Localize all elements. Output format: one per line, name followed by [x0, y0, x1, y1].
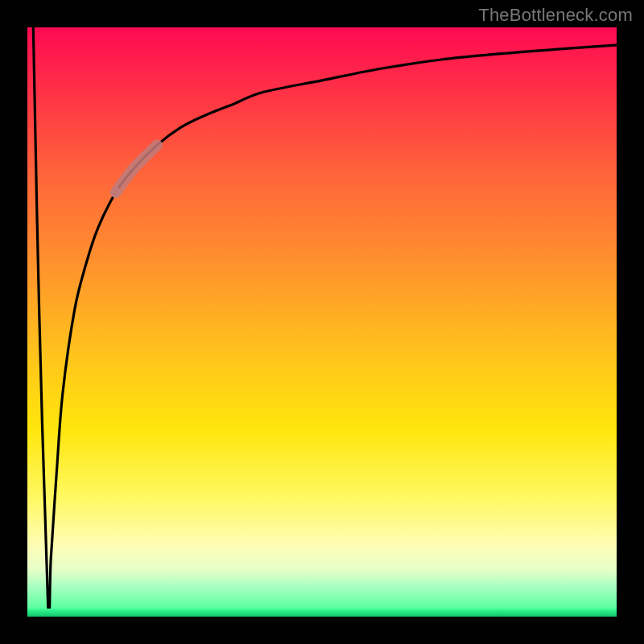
svg-point-0	[110, 187, 121, 197]
watermark-text: TheBottleneck.com	[478, 5, 633, 26]
chart-root: TheBottleneck.com	[0, 0, 644, 644]
bottleneck-curve	[27, 27, 617, 617]
plot-area	[27, 27, 617, 617]
